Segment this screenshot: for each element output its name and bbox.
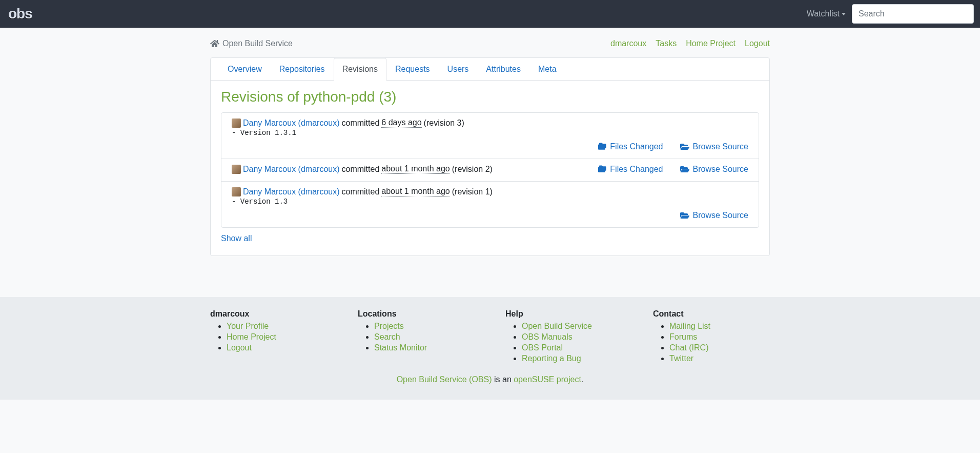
revision-list: Dany Marcoux (dmarcoux) committed 6 days…	[221, 112, 759, 228]
revision-item: Dany Marcoux (dmarcoux) committed 6 days…	[221, 113, 759, 159]
footer-link[interactable]: Forums	[669, 332, 697, 341]
avatar	[232, 165, 241, 174]
revision-header: Dany Marcoux (dmarcoux) committed about …	[232, 187, 748, 196]
main-card: Overview Repositories Revisions Requests…	[210, 57, 770, 256]
footer-link[interactable]: Status Monitor	[374, 343, 427, 352]
browse-source-label: Browse Source	[693, 165, 749, 174]
footer-link[interactable]: Home Project	[227, 332, 276, 341]
author-link[interactable]: Dany Marcoux (dmarcoux)	[243, 119, 340, 128]
footer-link[interactable]: Twitter	[669, 354, 693, 363]
revision-label: (revision 1)	[452, 187, 493, 196]
files-changed-link[interactable]: Files Changed	[598, 165, 663, 174]
footer-obs-link[interactable]: Open Build Service (OBS)	[397, 375, 492, 384]
tab-meta[interactable]: Meta	[529, 58, 565, 81]
tab-attributes[interactable]: Attributes	[477, 58, 529, 81]
commit-message: - Version 1.3.1	[232, 129, 748, 137]
footer-col-help: Help Open Build Service OBS Manuals OBS …	[505, 309, 622, 365]
folder-open-icon	[680, 211, 690, 220]
timestamp: 6 days ago	[381, 118, 421, 128]
tabs: Overview Repositories Revisions Requests…	[211, 58, 769, 81]
card-body: Revisions of python-pdd (3) Dany Marcoux…	[211, 81, 769, 255]
revision-actions: Files Changed Browse Source	[598, 165, 748, 174]
revision-label: (revision 3)	[424, 119, 464, 128]
breadcrumb: Open Build Service	[210, 39, 293, 48]
usernav-link-logout[interactable]: Logout	[745, 39, 770, 48]
revision-item: Dany Marcoux (dmarcoux) committed about …	[221, 159, 759, 182]
footer-link[interactable]: Search	[374, 332, 400, 341]
chevron-down-icon	[842, 13, 846, 15]
tab-overview[interactable]: Overview	[219, 58, 271, 81]
home-icon	[210, 40, 219, 48]
avatar	[232, 187, 241, 196]
footer-link[interactable]: Projects	[374, 322, 404, 330]
avatar	[232, 119, 241, 128]
revision-item: Dany Marcoux (dmarcoux) committed about …	[221, 182, 759, 227]
committed-word: committed	[342, 119, 380, 128]
footer-tagline-mid: is an	[492, 375, 514, 384]
author-link[interactable]: Dany Marcoux (dmarcoux)	[243, 187, 340, 196]
committed-word: committed	[342, 165, 380, 174]
footer-col-title: dmarcoux	[210, 309, 327, 319]
footer-link[interactable]: Mailing List	[669, 322, 710, 330]
logo[interactable]: obs	[8, 6, 32, 22]
footer-col-user: dmarcoux Your Profile Home Project Logou…	[210, 309, 327, 365]
footer-link[interactable]: Chat (IRC)	[669, 343, 708, 352]
files-changed-label: Files Changed	[610, 165, 663, 174]
navbar-left: obs	[6, 6, 32, 22]
footer-link[interactable]: OBS Portal	[522, 343, 563, 352]
top-row: Open Build Service dmarcoux Tasks Home P…	[210, 28, 770, 57]
tab-requests[interactable]: Requests	[386, 58, 439, 81]
revision-header: Dany Marcoux (dmarcoux) committed about …	[232, 164, 493, 174]
footer-col-locations: Locations Projects Search Status Monitor	[358, 309, 475, 365]
show-all-link[interactable]: Show all	[221, 234, 252, 243]
breadcrumb-home[interactable]: Open Build Service	[222, 39, 293, 48]
user-nav: dmarcoux Tasks Home Project Logout	[610, 39, 770, 48]
commit-message: - Version 1.3	[232, 198, 748, 206]
tab-users[interactable]: Users	[439, 58, 478, 81]
footer-columns: dmarcoux Your Profile Home Project Logou…	[210, 309, 770, 365]
browse-source-link[interactable]: Browse Source	[680, 165, 749, 174]
search-input[interactable]	[852, 4, 974, 24]
revision-header: Dany Marcoux (dmarcoux) committed 6 days…	[232, 118, 748, 128]
files-icon	[598, 143, 607, 151]
timestamp: about 1 month ago	[381, 164, 450, 174]
watchlist-label: Watchlist	[807, 9, 840, 18]
browse-source-label: Browse Source	[693, 142, 749, 151]
committed-word: committed	[342, 187, 380, 196]
footer-link[interactable]: Reporting a Bug	[522, 354, 581, 363]
usernav-link-user[interactable]: dmarcoux	[610, 39, 646, 48]
footer-link[interactable]: Open Build Service	[522, 322, 592, 330]
browse-source-label: Browse Source	[693, 211, 749, 220]
revision-actions: Browse Source	[232, 211, 748, 220]
footer-tagline: Open Build Service (OBS) is an openSUSE …	[210, 375, 770, 384]
browse-source-link[interactable]: Browse Source	[680, 142, 749, 151]
folder-open-icon	[680, 143, 690, 151]
tab-repositories[interactable]: Repositories	[271, 58, 334, 81]
usernav-link-tasks[interactable]: Tasks	[656, 39, 677, 48]
revision-actions: Files Changed Browse Source	[232, 142, 748, 151]
tab-revisions[interactable]: Revisions	[334, 58, 386, 81]
folder-open-icon	[680, 165, 690, 173]
files-changed-link[interactable]: Files Changed	[598, 142, 663, 151]
footer-link[interactable]: Logout	[227, 343, 252, 352]
files-changed-label: Files Changed	[610, 142, 663, 151]
footer-opensuse-link[interactable]: openSUSE project	[514, 375, 581, 384]
footer-col-contact: Contact Mailing List Forums Chat (IRC) T…	[653, 309, 770, 365]
watchlist-dropdown[interactable]: Watchlist	[807, 9, 846, 18]
footer-col-title: Help	[505, 309, 622, 319]
files-icon	[598, 165, 607, 173]
browse-source-link[interactable]: Browse Source	[680, 211, 749, 220]
revision-label: (revision 2)	[452, 165, 493, 174]
footer-col-title: Locations	[358, 309, 475, 319]
footer-col-title: Contact	[653, 309, 770, 319]
footer-link[interactable]: OBS Manuals	[522, 332, 573, 341]
navbar-right: Watchlist	[807, 4, 974, 24]
footer: dmarcoux Your Profile Home Project Logou…	[0, 297, 980, 400]
page-title: Revisions of python-pdd (3)	[221, 89, 759, 105]
timestamp: about 1 month ago	[381, 187, 450, 196]
usernav-link-home-project[interactable]: Home Project	[686, 39, 736, 48]
top-navbar: obs Watchlist	[0, 0, 980, 28]
footer-link[interactable]: Your Profile	[227, 322, 269, 330]
author-link[interactable]: Dany Marcoux (dmarcoux)	[243, 165, 340, 174]
footer-tagline-end: .	[581, 375, 583, 384]
